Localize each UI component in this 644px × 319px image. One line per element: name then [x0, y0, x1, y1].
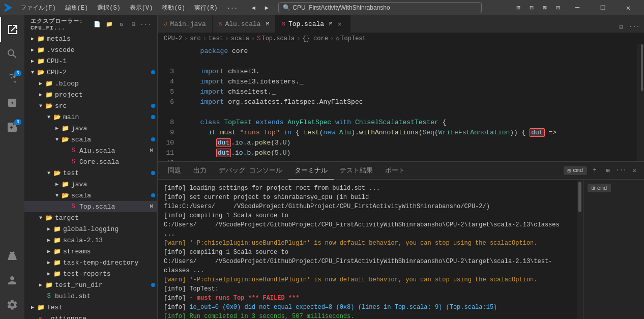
menu-edit[interactable]: 編集(E)	[61, 3, 93, 13]
panel-tab-output[interactable]: 出力	[187, 162, 213, 180]
bc-toptest[interactable]: ◇ TopTest	[336, 35, 366, 42]
activity-extensions[interactable]: 3	[0, 115, 24, 139]
tree-item-test[interactable]: ▼ 📂 test	[24, 167, 157, 179]
close-btn[interactable]: ✕	[617, 0, 640, 15]
scrollbar-indicator[interactable]	[637, 44, 644, 161]
bc-cpu2[interactable]: CPU-2	[164, 35, 182, 42]
panel-tab-test[interactable]: テスト結果	[334, 162, 379, 180]
tree-item-java-main[interactable]: ▶ 📁 java	[24, 123, 157, 134]
code-line: class TopTest extends AnyFlatSpec with C…	[188, 118, 637, 128]
bc-top-scala[interactable]: S Top.scala	[257, 35, 295, 42]
menu-more[interactable]: ...	[223, 3, 242, 13]
tree-item-bloop[interactable]: ▶ 📁 .bloop	[24, 78, 157, 89]
folder-icon: 📁	[53, 270, 61, 278]
search-input[interactable]	[292, 4, 477, 11]
activity-scm[interactable]: 3	[0, 66, 24, 91]
nav-back-btn[interactable]: ◀	[248, 2, 259, 13]
tree-item-gitignore[interactable]: ⊙ .gitignore	[24, 313, 157, 319]
tab-main-java[interactable]: J Main.java	[158, 15, 213, 33]
terminal-more-btn[interactable]: ···	[616, 165, 627, 176]
tree-label: .bloop	[55, 80, 157, 88]
tree-item-test-root[interactable]: ▶ 📁 Test	[24, 302, 157, 313]
tree-item-metals[interactable]: ▶ 📁 metals	[24, 33, 157, 44]
arrow-icon: ▼	[37, 102, 45, 110]
arrow-icon: ▼	[37, 214, 45, 222]
tree-label: main	[63, 113, 151, 121]
activity-accounts[interactable]	[0, 268, 24, 293]
cmd-label-right[interactable]: ⊞ cmd	[588, 184, 611, 192]
tree-item-test-reports[interactable]: ▶ 📁 test-reports	[24, 268, 157, 279]
more-tabs-btn[interactable]: ···	[629, 21, 640, 33]
tree-label: target	[55, 214, 157, 222]
bc-src[interactable]: src	[190, 35, 201, 42]
tree-item-cpu2[interactable]: ▼ 📂 CPU-2	[24, 67, 157, 78]
tab-close-btn[interactable]: ✕	[336, 20, 344, 28]
tree-item-scala-main[interactable]: ▼ 📂 scala	[24, 134, 157, 145]
tab-alu-scala[interactable]: S Alu.scala M	[213, 15, 276, 33]
split-editor-btn[interactable]: ⊟	[616, 21, 627, 33]
tree-item-alu[interactable]: S Alu.scala M	[24, 145, 157, 156]
new-file-btn[interactable]: 📄	[92, 19, 102, 30]
tree-label: streams	[63, 248, 157, 255]
new-folder-btn[interactable]: 📁	[104, 19, 114, 30]
tree-item-src[interactable]: ▼ 📂 src	[24, 100, 157, 111]
tree-item-global-logging[interactable]: ▶ 📁 global-logging	[24, 223, 157, 235]
layout-btn-4[interactable]: ⊡	[552, 2, 564, 13]
tree-item-task-temp[interactable]: ▶ 📁 task-temp-directory	[24, 257, 157, 268]
folder-icon: 📂	[45, 214, 53, 222]
bc-test[interactable]: test	[209, 35, 223, 42]
panel-tab-debug[interactable]: デバッグ コンソール	[213, 162, 288, 180]
tree-item-target[interactable]: ▼ 📂 target	[24, 212, 157, 223]
panel-tab-terminal[interactable]: ターミナル	[288, 162, 334, 180]
split-terminal-btn[interactable]: ⊞	[602, 165, 613, 176]
scala-icon: S	[219, 21, 222, 27]
tree-item-scala213[interactable]: ▶ 📁 scala-2.13	[24, 235, 157, 246]
layout-btn-3[interactable]: ⊠	[539, 2, 550, 13]
tree-item-java-test[interactable]: ▶ 📁 java	[24, 179, 157, 190]
minimize-btn[interactable]: ─	[566, 0, 589, 15]
ext-badge: 3	[14, 119, 21, 125]
refresh-btn[interactable]: ↻	[116, 19, 127, 30]
terminal-close-btn[interactable]: ✕	[629, 165, 640, 176]
new-terminal-btn[interactable]: +	[589, 165, 600, 176]
sidebar-title: エクスプローラー: CPU_FI...	[31, 17, 92, 31]
titlebar-search[interactable]: 🔍	[278, 2, 482, 13]
layout-btn-2[interactable]: ⊟	[526, 2, 537, 13]
tree-item-vscode[interactable]: ▶ 📁 .vscode	[24, 44, 157, 55]
activity-explorer[interactable]	[0, 17, 24, 42]
collapse-btn[interactable]: ⊟	[129, 19, 139, 30]
panel-tab-port[interactable]: ポート	[379, 162, 411, 180]
nav-forward-btn[interactable]: ▶	[261, 2, 272, 13]
menu-goto[interactable]: 移動(G)	[158, 3, 189, 13]
tree-item-top[interactable]: S Top.scala M	[24, 201, 157, 212]
tree-item-scala-test[interactable]: ▼ 📂 scala	[24, 190, 157, 201]
bc-scala[interactable]: scala	[231, 35, 249, 42]
activity-search[interactable]	[0, 42, 24, 66]
folder-icon: 📁	[53, 236, 61, 244]
tree-item-cpu1[interactable]: ▶ 📁 CPU-1	[24, 55, 157, 67]
tree-label: src	[55, 102, 151, 110]
menu-view[interactable]: 表示(V)	[126, 3, 157, 13]
tree-item-core[interactable]: S Core.scala	[24, 156, 157, 167]
code-content[interactable]: package core import chisel3._ import chi…	[188, 44, 637, 161]
layout-btn-1[interactable]: ⊞	[513, 2, 524, 13]
tree-item-build-sbt[interactable]: S build.sbt	[24, 291, 157, 302]
activity-settings[interactable]	[0, 293, 24, 317]
tree-item-test-run-dir[interactable]: ▶ 📁 test_run_dir	[24, 279, 157, 291]
tree-item-project[interactable]: ▶ 📁 project	[24, 89, 157, 100]
tab-top-scala[interactable]: S Top.scala M ✕	[276, 15, 350, 33]
menu-run[interactable]: 実行(R)	[190, 3, 222, 13]
tree-label: test-reports	[63, 270, 157, 278]
more-btn[interactable]: ···	[141, 19, 151, 30]
activity-test[interactable]	[0, 244, 24, 268]
panel-tab-issues[interactable]: 問題	[162, 162, 187, 180]
menu-select[interactable]: 選択(S)	[93, 3, 125, 13]
bc-core[interactable]: {} core	[302, 35, 328, 42]
tree-item-streams[interactable]: ▶ 📁 streams	[24, 246, 157, 257]
activity-debug[interactable]	[0, 91, 24, 115]
tree-item-main[interactable]: ▼ 📂 main	[24, 111, 157, 123]
terminal-content[interactable]: [info] loading settings for project root…	[158, 180, 577, 319]
maximize-btn[interactable]: □	[591, 0, 614, 15]
arrow-icon: ▼	[45, 169, 53, 177]
menu-file[interactable]: ファイル(F)	[16, 3, 60, 13]
